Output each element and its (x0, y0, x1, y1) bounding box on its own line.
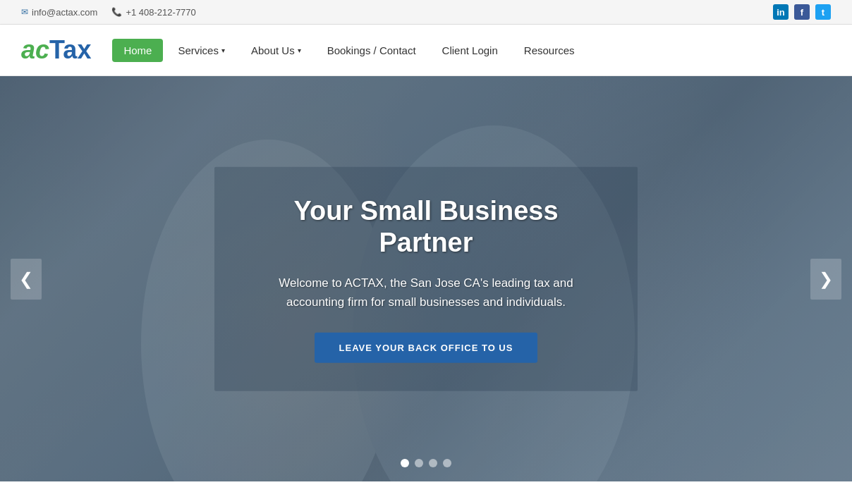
logo[interactable]: acTax (21, 35, 91, 65)
hero-section: ❮ Your Small Business Partner Welcome to… (0, 76, 852, 481)
social-icons: in f t (773, 4, 831, 20)
nav-item-home[interactable]: Home (112, 39, 163, 62)
nav-client-login-label: Client Login (442, 44, 498, 56)
chevron-down-icon-about: ▾ (298, 47, 301, 54)
nav-about-label: About Us (251, 44, 295, 56)
hero-content: Your Small Business Partner Welcome to A… (214, 166, 638, 391)
slider-dots (401, 459, 451, 467)
slider-next-button[interactable]: ❯ (810, 259, 841, 300)
slider-prev-button[interactable]: ❮ (11, 259, 42, 300)
left-arrow-icon: ❮ (19, 269, 33, 288)
slider-dot-2[interactable] (415, 459, 423, 467)
email-icon: ✉ (21, 7, 28, 17)
hero-cta-button[interactable]: LEAVE YOUR BACK OFFICE TO US (315, 333, 538, 363)
hero-subtitle: Welcome to ACTAX, the San Jose CA's lead… (250, 273, 602, 311)
nav-bookings-label: Bookings / Contact (327, 44, 416, 56)
slider-dot-4[interactable] (443, 459, 451, 467)
nav-item-bookings[interactable]: Bookings / Contact (316, 39, 427, 62)
email-contact[interactable]: ✉ info@actax.com (21, 7, 97, 18)
navbar: acTax Home Services ▾ About Us ▾ Booking… (0, 25, 852, 76)
twitter-icon[interactable]: t (815, 4, 831, 20)
phone-icon: 📞 (111, 7, 122, 17)
slider-dot-3[interactable] (429, 459, 437, 467)
nav-resources-label: Resources (524, 44, 575, 56)
nav-links: Home Services ▾ About Us ▾ Bookings / Co… (112, 39, 831, 62)
right-arrow-icon: ❯ (819, 269, 833, 288)
facebook-icon[interactable]: f (794, 4, 810, 20)
top-bar-contacts: ✉ info@actax.com 📞 +1 408-212-7770 (21, 7, 196, 18)
hero-title: Your Small Business Partner (250, 195, 602, 259)
nav-item-client-login[interactable]: Client Login (431, 39, 509, 62)
linkedin-icon[interactable]: in (773, 4, 789, 20)
phone-contact[interactable]: 📞 +1 408-212-7770 (111, 7, 195, 18)
logo-ac: ac (21, 35, 49, 65)
slider-dot-1[interactable] (401, 459, 409, 467)
nav-item-resources[interactable]: Resources (513, 39, 586, 62)
chevron-down-icon: ▾ (221, 47, 225, 54)
phone-number: +1 408-212-7770 (126, 7, 195, 18)
nav-item-about[interactable]: About Us ▾ (240, 39, 312, 62)
top-bar: ✉ info@actax.com 📞 +1 408-212-7770 in f … (0, 0, 852, 25)
nav-services-label: Services (178, 44, 219, 56)
nav-item-services[interactable]: Services ▾ (166, 39, 236, 62)
email-address: info@actax.com (32, 7, 97, 18)
logo-tax: Tax (49, 35, 91, 65)
